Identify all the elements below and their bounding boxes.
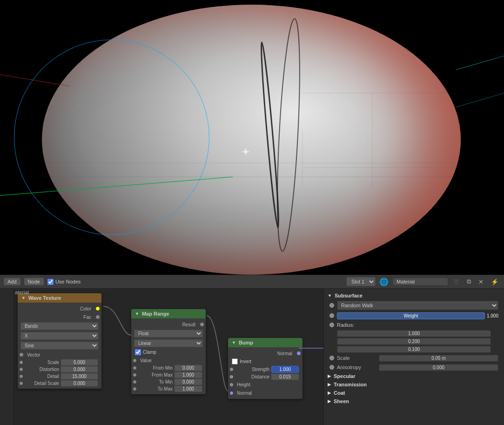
viewport	[0, 0, 504, 275]
map-range-node-body: Result Float Linear Clamp	[131, 318, 206, 394]
wave-vector-socket[interactable]	[20, 353, 23, 357]
coat-section[interactable]: ▶ Coat	[324, 389, 504, 397]
radius-b-row: 0.100	[324, 345, 504, 353]
maprange-from-max-socket[interactable]	[133, 373, 136, 377]
wave-output-fac-row: Fac	[18, 313, 101, 321]
bump-normal-out-row: Normal	[228, 349, 302, 358]
wave-detail-socket[interactable]	[20, 375, 23, 378]
wave-distortion-row: Distortion 0.000	[18, 366, 101, 373]
map-range-node-header: ▼ Map Range	[131, 309, 206, 318]
random-walk-dropdown[interactable]: Random Walk	[337, 301, 498, 310]
add-button[interactable]: Add	[4, 278, 20, 285]
anisotropy-value-bar[interactable]: 0.000	[379, 364, 498, 371]
maprange-from-min-row: From Min 0.000	[131, 364, 206, 371]
anisotropy-row: Anisotropy 0.000	[324, 363, 504, 372]
maprange-to-max-socket[interactable]	[133, 387, 136, 391]
wave-color-socket[interactable]	[96, 307, 100, 310]
globe-icon: 🌐	[379, 277, 389, 286]
weight-row: Weight 1.000	[324, 311, 504, 320]
wave-fac-socket[interactable]	[96, 315, 100, 319]
wave-output-color-row: Color	[18, 304, 101, 313]
node-editor-header: Add Node Use Nodes Slot 1 🌐 ♡ ⧉ ✕ ⚡	[0, 275, 504, 289]
svg-line-0	[0, 177, 233, 196]
bump-normal-out-socket[interactable]	[297, 351, 301, 355]
radius-r-bar[interactable]: 1.000	[337, 330, 491, 337]
bump-strength-socket[interactable]	[230, 368, 233, 371]
pin-icon-button[interactable]: ⚡	[489, 277, 500, 286]
svg-line-3	[456, 93, 504, 107]
maprange-clamp-checkbox[interactable]	[135, 349, 141, 355]
properties-panel: ▼ Subsurface Random Walk Weight 1.000 Ra…	[323, 289, 504, 425]
node-button[interactable]: Node	[24, 278, 44, 285]
copy-icon-button[interactable]: ⧉	[465, 277, 473, 286]
sheen-section[interactable]: ▶ Sheen	[324, 397, 504, 405]
wave-axis-dropdown[interactable]: X	[20, 332, 99, 340]
use-nodes-checkbox[interactable]	[47, 279, 54, 285]
subsurface-socket	[329, 303, 334, 308]
maprange-result-row: Result	[131, 320, 206, 329]
bump-invert-label[interactable]: Invert	[228, 358, 302, 365]
node-editor-sidebar	[0, 289, 14, 425]
heart-icon-button[interactable]: ♡	[452, 277, 461, 286]
close-icon-button[interactable]: ✕	[477, 277, 485, 286]
radius-r-row: 1.000	[324, 330, 504, 337]
wave-vector-row: Vector	[18, 351, 101, 359]
maprange-clamp-label[interactable]: Clamp	[131, 348, 206, 356]
transmission-section[interactable]: ▶ Transmission	[324, 380, 504, 389]
scale-value-bar[interactable]: 0.05 m	[379, 355, 498, 362]
use-nodes-checkbox-label[interactable]: Use Nodes	[47, 279, 81, 285]
anisotropy-socket	[329, 365, 334, 370]
bump-strength-row: Strength 1.000	[228, 365, 302, 373]
scale-socket	[329, 356, 334, 360]
bump-node[interactable]: ▼ Bump Normal Invert Strength 1.000	[228, 338, 302, 399]
bump-node-header: ▼ Bump	[228, 338, 302, 347]
bump-normal-in-row: Normal	[228, 389, 302, 397]
specular-section[interactable]: ▶ Specular	[324, 372, 504, 380]
maprange-value-socket[interactable]	[133, 359, 136, 362]
axis-lines	[0, 0, 504, 275]
bump-height-row: Height	[228, 380, 302, 389]
svg-line-2	[456, 56, 504, 70]
maprange-to-min-row: To Min 0.000	[131, 378, 206, 385]
random-walk-row: Random Walk	[324, 300, 504, 311]
bump-normal-in-socket[interactable]	[230, 391, 233, 395]
svg-point-11	[273, 18, 304, 251]
material-input[interactable]	[392, 277, 448, 286]
wave-distortion-socket[interactable]	[20, 368, 23, 371]
wave-detail-row: Detail 15.000	[18, 373, 101, 380]
crosshair-cursor	[242, 148, 249, 155]
slot-select[interactable]: Slot 1	[346, 277, 376, 286]
radius-g-row: 0.200	[324, 337, 504, 345]
weight-socket	[329, 313, 334, 318]
maprange-result-socket[interactable]	[200, 323, 204, 326]
subsurface-section[interactable]: ▼ Subsurface	[324, 291, 504, 300]
wave-texture-node-header: ▼ Wave Texture	[18, 293, 101, 303]
bump-invert-checkbox[interactable]	[232, 358, 238, 364]
wave-scale-row: Scale 5.000	[18, 359, 101, 366]
weight-value-bar[interactable]: Weight	[337, 312, 485, 319]
maprange-from-max-row: From Max 1.000	[131, 371, 206, 378]
wave-scale-socket[interactable]	[20, 361, 23, 364]
maprange-type-dropdown[interactable]: Float	[134, 330, 203, 337]
wave-type-dropdown[interactable]: Bands	[20, 322, 99, 330]
maprange-to-max-row: To Max 1.000	[131, 385, 206, 392]
node-editor-title: aterial	[15, 290, 29, 295]
maprange-to-min-socket[interactable]	[133, 380, 136, 384]
wave-texture-node[interactable]: ▼ Wave Texture Color Fac Bands X	[18, 293, 101, 389]
bump-node-body: Normal Invert Strength 1.000 Distance 0.…	[228, 347, 302, 399]
wave-profile-dropdown[interactable]: Sine	[20, 342, 99, 350]
bump-distance-socket[interactable]	[230, 375, 233, 378]
bump-distance-row: Distance 0.015	[228, 373, 302, 380]
map-range-node[interactable]: ▼ Map Range Result Float Linear	[131, 309, 206, 394]
radius-socket	[329, 323, 334, 327]
wave-texture-node-body: Color Fac Bands X Sine	[18, 303, 101, 389]
bump-height-socket[interactable]	[230, 383, 233, 386]
svg-line-1	[0, 74, 70, 86]
maprange-interp-dropdown[interactable]: Linear	[134, 339, 203, 347]
wave-detail-scale-socket[interactable]	[20, 382, 23, 385]
maprange-from-min-socket[interactable]	[133, 366, 136, 370]
radius-label-row: Radius:	[324, 320, 504, 330]
wave-detail-scale-row: Detail Scale 0.000	[18, 380, 101, 387]
radius-g-bar[interactable]: 0.200	[337, 338, 491, 345]
radius-b-bar[interactable]: 0.100	[337, 346, 491, 353]
